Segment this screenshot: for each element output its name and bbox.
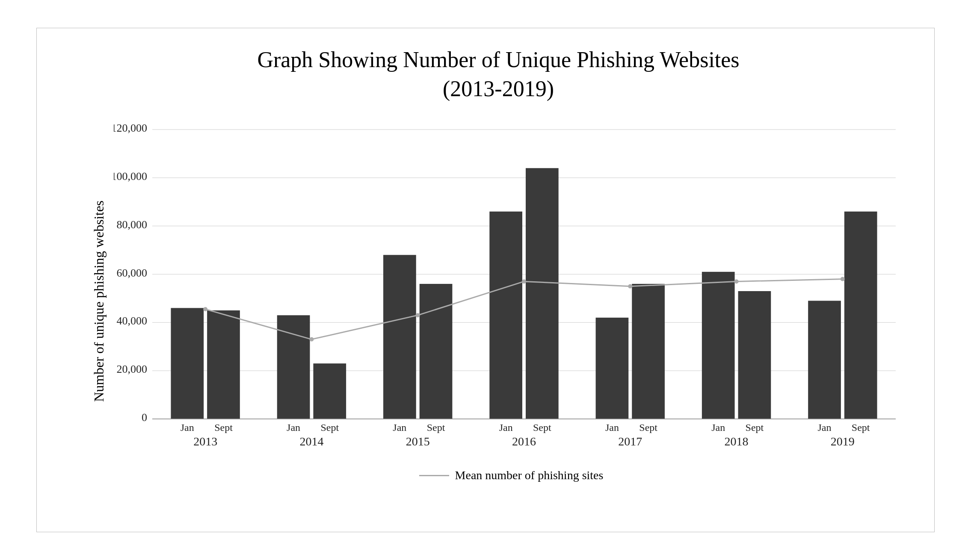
svg-text:Jan: Jan (287, 422, 300, 433)
chart-body: Number of unique phishing websites 020,0… (88, 120, 909, 482)
svg-text:2014: 2014 (299, 435, 323, 448)
svg-rect-38 (808, 301, 841, 419)
svg-rect-16 (207, 310, 240, 419)
title-line1: Graph Showing Number of Unique Phishing … (257, 47, 739, 72)
svg-text:Sept: Sept (639, 422, 657, 433)
chart-container: Graph Showing Number of Unique Phishing … (36, 28, 935, 532)
y-axis-label: Number of unique phishing websites (88, 120, 110, 482)
svg-text:2018: 2018 (725, 435, 749, 448)
svg-point-51 (416, 313, 420, 318)
svg-text:2017: 2017 (618, 435, 642, 448)
svg-rect-28 (526, 168, 559, 419)
svg-rect-32 (632, 284, 665, 419)
svg-text:Sept: Sept (533, 422, 551, 433)
svg-text:Sept: Sept (427, 422, 445, 433)
svg-rect-30 (596, 318, 629, 419)
svg-point-52 (522, 280, 526, 284)
chart-title: Graph Showing Number of Unique Phishing … (257, 45, 739, 103)
svg-text:60,000: 60,000 (117, 267, 148, 279)
svg-text:100,000: 100,000 (114, 170, 147, 183)
svg-rect-24 (420, 284, 453, 419)
svg-text:Jan: Jan (711, 422, 725, 433)
svg-text:2015: 2015 (406, 435, 430, 448)
svg-point-50 (309, 337, 314, 342)
title-line2: (2013-2019) (443, 77, 554, 101)
svg-text:2013: 2013 (193, 435, 217, 448)
svg-text:80,000: 80,000 (117, 218, 148, 231)
legend-label: Mean number of phishing sites (455, 469, 604, 482)
svg-text:0: 0 (142, 411, 147, 424)
svg-rect-22 (383, 255, 416, 419)
svg-text:Jan: Jan (605, 422, 619, 433)
svg-text:40,000: 40,000 (117, 315, 148, 327)
legend: Mean number of phishing sites (114, 469, 909, 482)
svg-rect-26 (489, 212, 522, 419)
svg-text:Sept: Sept (746, 422, 764, 433)
svg-point-54 (734, 280, 739, 284)
svg-text:120,000: 120,000 (114, 122, 147, 134)
svg-text:Jan: Jan (181, 422, 194, 433)
svg-point-55 (841, 277, 845, 281)
svg-rect-40 (844, 212, 877, 419)
grid-and-bars: 020,00040,00060,00080,000100,000120,000J… (114, 120, 909, 458)
svg-text:Jan: Jan (499, 422, 513, 433)
svg-rect-20 (313, 363, 346, 419)
svg-point-53 (628, 284, 632, 289)
legend-line-icon (419, 475, 449, 476)
svg-text:2019: 2019 (831, 435, 855, 448)
chart-svg: 020,00040,00060,00080,000100,000120,000J… (114, 120, 909, 458)
svg-rect-14 (171, 308, 204, 419)
svg-point-49 (203, 307, 207, 311)
svg-text:20,000: 20,000 (117, 363, 148, 375)
svg-text:Jan: Jan (393, 422, 406, 433)
chart-area: 020,00040,00060,00080,000100,000120,000J… (114, 120, 909, 482)
svg-text:Sept: Sept (852, 422, 870, 433)
svg-rect-34 (702, 272, 735, 419)
svg-rect-36 (738, 291, 771, 419)
svg-text:Sept: Sept (320, 422, 339, 433)
svg-text:Jan: Jan (818, 422, 832, 433)
svg-text:2016: 2016 (512, 435, 536, 448)
svg-text:Sept: Sept (214, 422, 233, 433)
